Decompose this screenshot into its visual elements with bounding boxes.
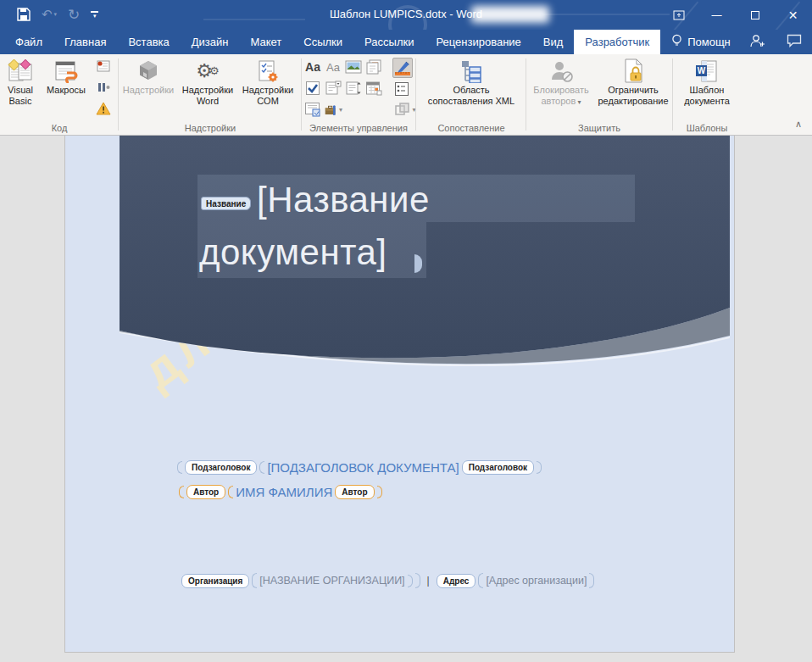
checkbox-control-button[interactable] <box>303 79 322 97</box>
group-protect-label: Защитить <box>528 123 670 133</box>
group-controls-label: Элементы управления <box>303 123 414 133</box>
visual-basic-button[interactable]: Visual Basic <box>2 54 39 119</box>
address-tag[interactable]: Адрес <box>437 574 476 588</box>
author-tag[interactable]: Автор <box>186 485 225 499</box>
group-separator <box>118 58 119 131</box>
date-picker-control-button[interactable] <box>364 79 383 97</box>
close-button[interactable]: ✕ <box>774 0 812 30</box>
tab-tell-me[interactable]: Помощн <box>660 30 742 54</box>
document-title-line2[interactable]: документа] <box>199 232 387 273</box>
document-area: для Название [Название документа] <box>0 136 812 662</box>
tab-mailings[interactable]: Рассылки <box>353 30 425 54</box>
legacy-tools-button[interactable]: ▾ <box>324 100 342 119</box>
control-bracket <box>179 486 184 498</box>
word-addins-button[interactable]: ⚙⚙ Надстройки Word <box>176 54 239 119</box>
tab-file[interactable]: Файл <box>4 30 53 54</box>
restrict-editing-button[interactable]: Ограничить редактирование <box>596 54 670 119</box>
word-addins-label: Надстройки Word <box>182 85 233 107</box>
plain-text-control-button[interactable]: Aa <box>324 58 342 76</box>
document-template-icon: W <box>694 57 720 85</box>
group-separator <box>301 58 302 131</box>
organization-placeholder[interactable]: [НАЗВАНИЕ ОРГАНИЗАЦИИ] <box>259 575 404 587</box>
control-bracket <box>408 575 413 587</box>
ribbon: Visual Basic Макросы <box>0 54 812 136</box>
pause-recording-icon[interactable] <box>95 80 112 95</box>
group-code: Visual Basic Макросы <box>2 54 117 135</box>
subtitle-placeholder[interactable]: [ПОДЗАГОЛОВОК ДОКУМЕНТА] <box>267 460 459 475</box>
address-placeholder[interactable]: [Адрес организации] <box>486 575 587 587</box>
group-separator <box>526 58 526 131</box>
document-page[interactable]: для Название [Название документа] <box>64 136 735 653</box>
control-bracket <box>252 573 257 588</box>
subtitle-end-tag[interactable]: Подзаголовок <box>462 460 534 475</box>
tab-review[interactable]: Рецензирование <box>425 30 531 54</box>
group-templates: W Шаблон документа Шаблоны <box>675 54 739 135</box>
tab-developer[interactable]: Разработчик <box>574 30 660 54</box>
lightbulb-icon <box>671 34 682 50</box>
tab-view[interactable]: Вид <box>532 30 575 54</box>
word-window: ↶▾ ↻ ▾ Шаблон LUMPICS.dotx - Word — ✕ Фа… <box>0 0 812 662</box>
group-addins: Надстройки ⚙⚙ Надстройки Word Надстройки… <box>120 54 300 135</box>
group-addins-label: Надстройки <box>120 123 300 133</box>
record-macro-icon[interactable] <box>95 58 112 74</box>
window-controls: — ✕ <box>659 0 812 30</box>
author-content-control: Автор ИМЯ ФАМИЛИЯ Автор <box>179 485 382 499</box>
control-bracket <box>537 461 542 474</box>
repeating-section-control-button[interactable] <box>303 100 322 119</box>
com-addins-button[interactable]: Надстройки COM <box>239 54 297 119</box>
tab-references[interactable]: Ссылки <box>292 30 353 54</box>
document-title-line1[interactable]: [Название <box>257 180 430 220</box>
control-bracket <box>259 461 264 474</box>
dropdown-list-control-button[interactable] <box>344 79 363 97</box>
addins-button: Надстройки <box>120 54 176 119</box>
subtitle-content-control: Подзаголовок [ПОДЗАГОЛОВОК ДОКУМЕНТА] По… <box>177 460 542 475</box>
macros-icon <box>53 57 79 85</box>
visual-basic-icon <box>8 57 33 85</box>
xml-mapping-pane-button[interactable]: Область сопоставления XML <box>420 54 522 119</box>
picture-control-button[interactable] <box>344 58 363 76</box>
field-separator: | <box>427 575 430 587</box>
collapse-ribbon-icon[interactable]: ∧ <box>795 119 802 130</box>
xml-mapping-pane-label: Область сопоставления XML <box>428 85 514 107</box>
design-mode-button[interactable] <box>392 58 413 78</box>
group-mapping: Область сопоставления XML Сопоставление <box>418 54 525 135</box>
share-icon[interactable] <box>749 34 765 51</box>
svg-text:W: W <box>698 66 706 75</box>
tab-insert[interactable]: Вставка <box>117 30 180 54</box>
organization-address-row: Организация [НАЗВАНИЕ ОРГАНИЗАЦИИ] | Адр… <box>181 573 594 588</box>
group-templates-label: Шаблоны <box>675 123 739 133</box>
title-content-control-tag[interactable]: Название <box>201 197 251 210</box>
group-controls: Aa Aa <box>303 54 414 135</box>
tab-layout[interactable]: Макет <box>239 30 292 54</box>
ribbon-tab-row: Файл Главная Вставка Дизайн Макет Ссылки… <box>0 30 812 54</box>
block-authors-icon <box>548 57 574 85</box>
document-template-button[interactable]: W Шаблон документа <box>676 54 737 119</box>
comments-icon[interactable] <box>787 34 802 50</box>
macros-button[interactable]: Макросы <box>39 54 93 119</box>
organization-tag[interactable]: Организация <box>181 574 249 588</box>
restrict-editing-icon <box>622 57 644 85</box>
maximize-button[interactable] <box>736 0 774 30</box>
tab-design[interactable]: Дизайн <box>181 30 240 54</box>
gears-icon: ⚙⚙ <box>196 57 219 85</box>
control-bracket <box>415 573 420 588</box>
control-properties-button[interactable] <box>392 80 411 98</box>
minimize-button[interactable]: — <box>698 0 736 30</box>
rich-text-control-button[interactable]: Aa <box>303 58 322 76</box>
author-end-tag[interactable]: Автор <box>335 485 374 499</box>
subtitle-tag[interactable]: Подзаголовок <box>185 460 257 475</box>
com-addins-icon <box>257 57 279 85</box>
com-addins-label: Надстройки COM <box>242 85 293 107</box>
control-bracket <box>478 573 483 588</box>
xml-mapping-icon <box>459 57 483 85</box>
document-template-label: Шаблон документа <box>684 85 730 107</box>
combo-box-control-button[interactable] <box>324 79 342 97</box>
author-value[interactable]: ИМЯ ФАМИЛИЯ <box>236 485 332 499</box>
tab-home[interactable]: Главная <box>53 30 117 54</box>
macro-security-icon[interactable] <box>95 101 112 116</box>
ribbon-display-options-button[interactable] <box>659 0 698 30</box>
addins-cube-icon <box>136 57 160 85</box>
building-block-gallery-control-button[interactable] <box>364 58 383 76</box>
group-mapping-label: Сопоставление <box>418 123 525 133</box>
block-authors-label: Блокировать авторов <box>533 85 588 108</box>
